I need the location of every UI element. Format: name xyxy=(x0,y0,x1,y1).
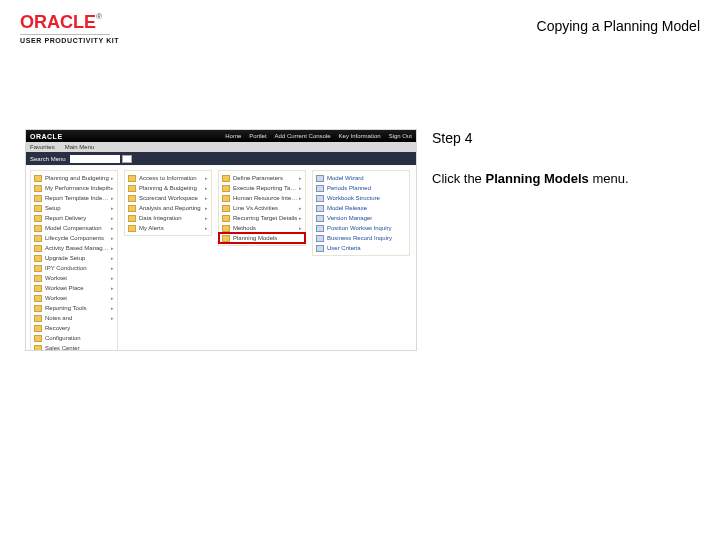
menu-item-label: Sales Center xyxy=(45,345,80,351)
menu-item-label: Report Template Indexes xyxy=(45,195,111,201)
menu-item-label: Workset xyxy=(45,295,67,301)
submenu-item[interactable]: Periods Planned xyxy=(313,183,409,193)
folder-icon xyxy=(128,215,136,222)
folder-icon xyxy=(34,265,42,272)
menu-item[interactable]: Setup▸ xyxy=(31,203,117,213)
app-topbar: ORACLE Home Portlet Add Current Console … xyxy=(26,130,416,142)
menu-item[interactable]: IPY Conduction▸ xyxy=(31,263,117,273)
menu-item[interactable]: Notes and▸ xyxy=(31,313,117,323)
chevron-right-icon: ▸ xyxy=(111,245,114,251)
menu-item[interactable]: Configuration xyxy=(31,333,117,343)
folder-icon xyxy=(34,175,42,182)
submenu-item-label: Version Manager xyxy=(327,215,372,221)
menu-col-3: Define Parameters▸Execute Reporting Tabl… xyxy=(218,170,306,246)
menu-item-label: Analysis and Reporting xyxy=(139,205,201,211)
subbrand-text: USER PRODUCTIVITY KIT xyxy=(20,37,119,44)
app-brand: ORACLE xyxy=(30,133,63,140)
chevron-right-icon: ▸ xyxy=(111,175,114,181)
menu-item[interactable]: Define Parameters▸ xyxy=(219,173,305,183)
document-icon xyxy=(316,215,324,222)
nav-console[interactable]: Add Current Console xyxy=(275,133,331,139)
submenu-item[interactable]: Business Record Inquiry xyxy=(313,233,409,243)
chevron-right-icon: ▸ xyxy=(111,225,114,231)
menu-item[interactable]: Line Vs Activities▸ xyxy=(219,203,305,213)
menu-item[interactable]: Execute Reporting Tables▸ xyxy=(219,183,305,193)
menu-item[interactable]: Human Resource Integration▸ xyxy=(219,193,305,203)
menu-item-label: Execute Reporting Tables xyxy=(233,185,299,191)
menu-item-label: My Alerts xyxy=(139,225,164,231)
folder-icon xyxy=(34,305,42,312)
menu-item-label: Planning Models xyxy=(233,235,277,241)
menu-item-label: Report Delivery xyxy=(45,215,86,221)
menu-item-planning-models[interactable]: Planning Models xyxy=(219,233,305,243)
menu-item[interactable]: Planning & Budgeting▸ xyxy=(125,183,211,193)
menu-item-label: Human Resource Integration xyxy=(233,195,299,201)
step-prefix: Click the xyxy=(432,171,485,186)
app-screenshot: ORACLE Home Portlet Add Current Console … xyxy=(25,129,417,351)
folder-icon xyxy=(222,185,230,192)
menu-item[interactable]: Activity Based Management▸ xyxy=(31,243,117,253)
menu-item[interactable]: My Performance Indepth▸ xyxy=(31,183,117,193)
folder-icon xyxy=(34,235,42,242)
menu-item[interactable]: Upgrade Setup▸ xyxy=(31,253,117,263)
menu-item[interactable]: Report Template Indexes▸ xyxy=(31,193,117,203)
search-go-button[interactable] xyxy=(122,155,132,163)
submenu-item[interactable]: Model Release xyxy=(313,203,409,213)
chevron-right-icon: ▸ xyxy=(205,215,208,221)
menu-item[interactable]: Access to Information▸ xyxy=(125,173,211,183)
menu-item[interactable]: Model Compensation▸ xyxy=(31,223,117,233)
document-icon xyxy=(316,175,324,182)
menu-item[interactable]: Workset▸ xyxy=(31,293,117,303)
folder-icon xyxy=(34,245,42,252)
menu-col-1: Planning and Budgeting▸My Performance In… xyxy=(30,170,118,351)
subnav-favorites[interactable]: Favorites xyxy=(30,144,55,150)
document-icon xyxy=(316,195,324,202)
menu-item-label: Recovery xyxy=(45,325,70,331)
folder-icon xyxy=(128,195,136,202)
menu-item[interactable]: Workset Place▸ xyxy=(31,283,117,293)
document-icon xyxy=(316,245,324,252)
submenu-item[interactable]: Version Manager xyxy=(313,213,409,223)
nav-keyinfo[interactable]: Key Information xyxy=(339,133,381,139)
menu-item[interactable]: Report Delivery▸ xyxy=(31,213,117,223)
submenu-item[interactable]: Position Workset Inquiry xyxy=(313,223,409,233)
menu-item[interactable]: Sales Center xyxy=(31,343,117,351)
menu-item[interactable]: My Alerts▸ xyxy=(125,223,211,233)
menu-item[interactable]: Lifecycle Components▸ xyxy=(31,233,117,243)
nav-signout[interactable]: Sign Out xyxy=(389,133,412,139)
menu-item[interactable]: Methods▸ xyxy=(219,223,305,233)
chevron-right-icon: ▸ xyxy=(111,255,114,261)
menu-item[interactable]: Workset▸ xyxy=(31,273,117,283)
submenu-item[interactable]: Model Wizard xyxy=(313,173,409,183)
menu-item-label: Data Integration xyxy=(139,215,182,221)
submenu-item-label: Business Record Inquiry xyxy=(327,235,392,241)
menu-item-label: Workset xyxy=(45,275,67,281)
nav-home[interactable]: Home xyxy=(225,133,241,139)
instruction-panel: Step 4 Click the Planning Models menu. xyxy=(432,130,692,188)
brand-text: ORACLE xyxy=(20,12,96,32)
folder-icon xyxy=(128,185,136,192)
subnav-mainmenu[interactable]: Main Menu xyxy=(65,144,95,150)
menu-item-label: Notes and xyxy=(45,315,72,321)
menu-item[interactable]: Reporting Tools▸ xyxy=(31,303,117,313)
chevron-right-icon: ▸ xyxy=(111,215,114,221)
menu-item[interactable]: Analysis and Reporting▸ xyxy=(125,203,211,213)
step-body: Click the Planning Models menu. xyxy=(432,170,692,188)
menu-item[interactable]: Recovery xyxy=(31,323,117,333)
chevron-right-icon: ▸ xyxy=(205,185,208,191)
document-icon xyxy=(316,205,324,212)
menu-item[interactable]: Data Integration▸ xyxy=(125,213,211,223)
submenu-item[interactable]: Workbook Structure xyxy=(313,193,409,203)
menu-item-label: Lifecycle Components xyxy=(45,235,104,241)
submenu-item-label: Workbook Structure xyxy=(327,195,380,201)
folder-icon xyxy=(34,255,42,262)
menu-item[interactable]: Planning and Budgeting▸ xyxy=(31,173,117,183)
document-icon xyxy=(316,235,324,242)
nav-portlet[interactable]: Portlet xyxy=(249,133,266,139)
chevron-right-icon: ▸ xyxy=(111,235,114,241)
menu-item[interactable]: Recurring Target Details▸ xyxy=(219,213,305,223)
chevron-right-icon: ▸ xyxy=(111,205,114,211)
search-input[interactable] xyxy=(70,155,120,163)
submenu-item[interactable]: User Criteria xyxy=(313,243,409,253)
menu-item[interactable]: Scorecard Workspace▸ xyxy=(125,193,211,203)
